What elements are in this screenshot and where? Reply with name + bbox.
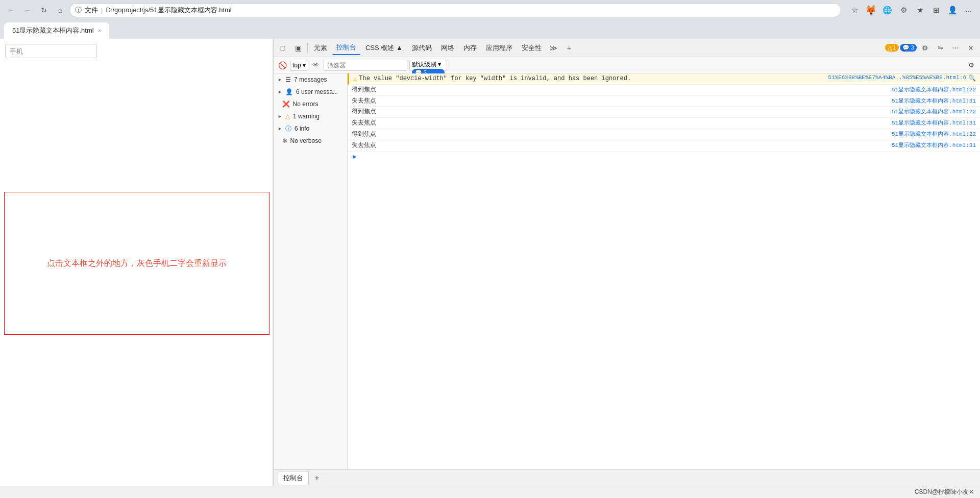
log-link-3[interactable]: 51显示隐藏文本框内容.html:22: [892, 108, 976, 115]
log-level-selector[interactable]: 默认级别 ▾ 💬 3: [409, 60, 447, 71]
devtools-tab-memory[interactable]: 内存: [459, 41, 481, 55]
info-count-badge: 💬 3: [900, 44, 917, 52]
info-icon: ⓘ: [285, 124, 291, 133]
bottom-tab-console[interactable]: 控制台: [278, 471, 309, 485]
tab-bar: 51显示隐藏文本框内容.html ×: [0, 20, 980, 39]
level-arrow: ▾: [438, 61, 441, 68]
back-button[interactable]: ←: [4, 3, 18, 17]
tab-close-button[interactable]: ×: [98, 28, 101, 34]
messages-label: 7 messages: [294, 76, 327, 83]
console-log: △ The value "devcie-width" for key "widt…: [348, 73, 980, 469]
firefox-icon-button[interactable]: 🦊: [864, 3, 878, 17]
devtools-tab-css[interactable]: CSS 概述 ▲: [361, 41, 407, 55]
user-expand-arrow: ►: [278, 89, 282, 94]
context-label: top: [292, 62, 301, 69]
devtools-tab-network[interactable]: 网络: [437, 41, 458, 55]
globe-icon-button[interactable]: 🌐: [880, 3, 894, 17]
favorites-button[interactable]: ★: [913, 3, 927, 17]
verbose-icon: ✱: [282, 137, 287, 144]
devtools-add-tab-button[interactable]: +: [562, 41, 576, 55]
devtools-tab-application[interactable]: 应用程序: [482, 41, 517, 55]
context-selector[interactable]: top ▾: [290, 60, 308, 71]
bookmark-star-button[interactable]: ☆: [847, 3, 862, 17]
address-url: D:/goproject/js/51显示隐藏文本框内容.html: [106, 6, 836, 15]
devtools-tab-security[interactable]: 安全性: [518, 41, 546, 55]
log-entry-4: 失去焦点 51显示隐藏文本框内容.html:31: [348, 118, 980, 129]
address-separator: |: [101, 7, 103, 14]
address-info-icon: ⓘ: [75, 6, 82, 15]
settings-icon-button[interactable]: ⚙: [896, 3, 911, 17]
warning-search-icon[interactable]: 🔍: [968, 74, 976, 82]
eye-icon-button[interactable]: 👁: [310, 60, 322, 71]
verbose-label: No verbose: [290, 137, 322, 144]
devtools-bottom-bar: 控制台 +: [274, 469, 980, 486]
devtools-inspect-button[interactable]: □: [276, 41, 290, 55]
browser-window: ← → ↻ ⌂ ⓘ 文件 | D:/goproject/js/51显示隐藏文本框…: [0, 0, 980, 498]
devtools-device-button[interactable]: ▣: [291, 41, 305, 55]
log-link-5[interactable]: 51显示隐藏文本框内容.html:22: [892, 130, 976, 138]
messages-icon: ☰: [285, 76, 291, 83]
bottom-add-tab-button[interactable]: +: [311, 472, 323, 484]
devtools-tab-sources[interactable]: 源代码: [408, 41, 436, 55]
status-bar: CSDN@柠檬味小友✕: [0, 486, 980, 498]
address-bar[interactable]: ⓘ 文件 | D:/goproject/js/51显示隐藏文本框内容.html: [69, 3, 841, 17]
log-text-2: 失去焦点: [352, 97, 888, 106]
devtools-tab-console[interactable]: 控制台: [332, 41, 360, 55]
sidebar-item-user[interactable]: ► 👤 6 user messa...: [274, 86, 347, 98]
console-area: ► ☰ 7 messages ► 👤 6 user messa... ❌ No …: [274, 73, 980, 469]
sidebar-item-messages[interactable]: ► ☰ 7 messages: [274, 73, 347, 86]
log-entry-3: 得到焦点 51显示隐藏文本框内容.html:22: [348, 107, 980, 118]
warning-entry-icon: △: [353, 75, 357, 83]
expand-button[interactable]: ►: [352, 153, 358, 160]
log-text-3: 得到焦点: [352, 108, 888, 116]
log-entry-5: 得到焦点 51显示隐藏文本框内容.html:22: [348, 129, 980, 140]
errors-label: No errors: [293, 101, 318, 108]
log-entry-1: 得到焦点 51显示隐藏文本框内容.html:22: [348, 85, 980, 96]
messages-expand-arrow: ►: [278, 77, 282, 82]
log-text-6: 失去焦点: [352, 141, 888, 150]
tab-title: 51显示隐藏文本框内容.html: [12, 26, 94, 35]
log-link-2[interactable]: 51显示隐藏文本框内容.html:31: [892, 97, 976, 105]
devtools-connect-button[interactable]: ⇋: [933, 41, 947, 55]
home-button[interactable]: ⌂: [53, 3, 67, 17]
warning-entry-link[interactable]: 51%E6%98%BE%E7%A4%BA..%85%E5%AE%B9.html:…: [828, 74, 966, 81]
sidebar-item-verbose[interactable]: ✱ No verbose: [274, 135, 347, 147]
devtools-toolbar: □ ▣ 元素 控制台 CSS 概述 ▲ 源代码 网络 内存 应用程序 安全性 ≫…: [274, 39, 980, 57]
warn-count-badge: △ 1: [885, 44, 899, 52]
sidebar-item-errors[interactable]: ❌ No errors: [274, 98, 347, 110]
devtools-more-tabs-button[interactable]: ≫: [547, 41, 561, 55]
warning-entry-text: The value "devcie-width" for key "width"…: [359, 74, 824, 83]
filter-input[interactable]: [324, 60, 407, 71]
page-content: 点击文本框之外的地方，灰色手机二字会重新显示: [0, 39, 273, 486]
console-toolbar: 🚫 top ▾ 👁 默认级别 ▾ 💬 3 ⚙: [274, 57, 980, 73]
log-link-4[interactable]: 51显示隐藏文本框内容.html:31: [892, 119, 976, 127]
browser-tab[interactable]: 51显示隐藏文本框内容.html ×: [4, 22, 109, 39]
collections-button[interactable]: ⊞: [929, 3, 943, 17]
log-link-1[interactable]: 51显示隐藏文本框内容.html:22: [892, 86, 976, 93]
status-text: CSDN@柠檬味小友✕: [915, 488, 974, 496]
log-entry-warning: △ The value "devcie-width" for key "widt…: [348, 73, 980, 85]
reload-button[interactable]: ↻: [37, 3, 51, 17]
errors-icon: ❌: [282, 101, 290, 108]
warning-expand-arrow: ►: [278, 114, 282, 119]
phone-input[interactable]: [5, 44, 97, 58]
sidebar-item-warning[interactable]: ► △ 1 warning: [274, 110, 347, 122]
main-area: 点击文本框之外的地方，灰色手机二字会重新显示 □ ▣ 元素 控制台 CSS 概述…: [0, 39, 980, 486]
user-label: 6 user messa...: [296, 88, 338, 95]
info-label: 6 info: [295, 125, 309, 132]
devtools-settings-button[interactable]: ⚙: [918, 41, 932, 55]
browser-toolbar-icons: ☆ 🦊 🌐 ⚙ ★ ⊞ 👤 ···: [847, 3, 976, 17]
devtools-close-button[interactable]: ✕: [964, 41, 978, 55]
devtools-tab-elements[interactable]: 元素: [310, 41, 331, 55]
console-clear-button[interactable]: 🚫: [277, 60, 288, 71]
devtools-options-button[interactable]: ⋯: [948, 41, 963, 55]
console-settings-button[interactable]: ⚙: [966, 60, 977, 71]
content-text: 点击文本框之外的地方，灰色手机二字会重新显示: [47, 258, 227, 269]
sidebar-item-info[interactable]: ► ⓘ 6 info: [274, 122, 347, 135]
log-text-5: 得到焦点: [352, 130, 888, 139]
log-link-6[interactable]: 51显示隐藏文本框内容.html:31: [892, 141, 976, 149]
more-button[interactable]: ···: [962, 3, 976, 17]
profile-button[interactable]: 👤: [945, 3, 960, 17]
warning-icon: △: [285, 113, 290, 120]
forward-button[interactable]: →: [20, 3, 35, 17]
